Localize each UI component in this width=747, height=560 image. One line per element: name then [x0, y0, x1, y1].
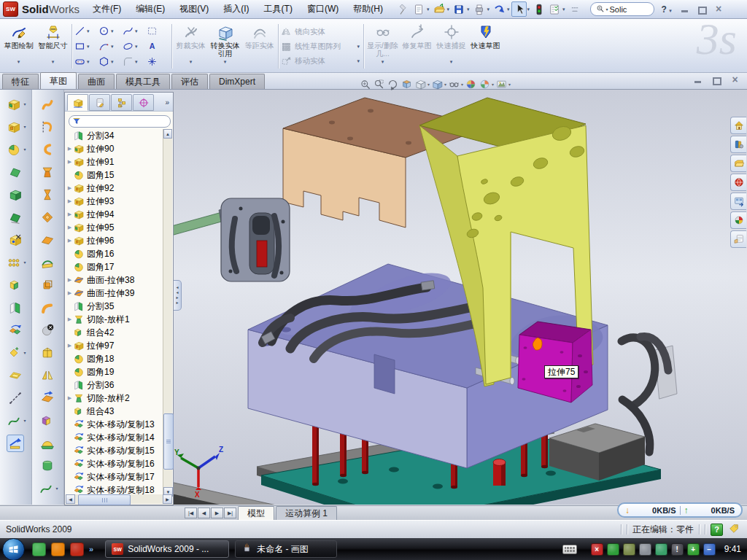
reference-axis-button[interactable] [7, 389, 24, 407]
sketch-polygon-button[interactable]: ▾ [98, 54, 122, 69]
move-face-button[interactable] [39, 389, 56, 407]
swept-boss-button[interactable] [7, 163, 24, 181]
reference-point-dropdown-icon[interactable]: ▾ [23, 350, 26, 355]
menu-item[interactable]: 视图(V) [172, 0, 216, 19]
start-button[interactable] [2, 538, 25, 560]
document-tab-1[interactable]: 模型 [238, 506, 274, 520]
bend-button[interactable] [39, 299, 56, 316]
select-button[interactable] [511, 1, 527, 17]
tree-item[interactable]: 实体-移动/复制13 [66, 418, 163, 431]
menu-item[interactable]: 编辑(E) [128, 0, 172, 19]
tree-item[interactable]: ▶切除-放样1 [66, 313, 163, 326]
fillet-dropdown-icon[interactable]: ▾ [23, 147, 26, 152]
restore-button[interactable] [697, 5, 707, 13]
document-close-button[interactable]: × [730, 76, 740, 84]
tree-item[interactable]: 实体-移动/复制17 [66, 470, 163, 483]
command-tab-3[interactable]: 曲面 [78, 74, 115, 89]
menu-item[interactable]: 文件(F) [85, 0, 128, 19]
dropdown-icon[interactable]: ▾ [190, 58, 193, 65]
ribbon-smart-dimension-button[interactable]: 智能尺寸▾ [36, 20, 70, 72]
view-settings-button[interactable]: ▾ [495, 77, 511, 90]
search-dropdown-icon[interactable]: ▾ [606, 7, 608, 12]
panel-splitter-handle[interactable]: ◂◂▸▸ [174, 280, 182, 311]
sketch-circle-button[interactable]: ▾ [98, 23, 122, 39]
tree-item[interactable]: 分割36 [66, 378, 163, 392]
rebuild-button[interactable] [532, 1, 547, 17]
expand-arrow-icon[interactable]: ▶ [66, 238, 73, 244]
taskbar-button-solidworks[interactable]: SWSolidWorks 2009 - ... [105, 540, 229, 558]
planar-surface-button[interactable] [39, 231, 56, 249]
expand-arrow-icon[interactable]: ▶ [66, 395, 73, 401]
tree-item[interactable]: 组合42 [66, 326, 163, 339]
document-restore-button[interactable] [712, 76, 721, 84]
tree-item[interactable]: ▶拉伸95 [66, 221, 163, 234]
expand-arrow-icon[interactable]: ▶ [66, 211, 73, 217]
linear-pattern-dropdown-icon[interactable]: ▾ [23, 260, 26, 265]
tree-item[interactable]: ▶拉伸97 [66, 339, 163, 352]
search-input[interactable]: ▾ Solic [590, 2, 654, 16]
solidworks-resources-tab[interactable] [730, 117, 746, 134]
expand-arrow-icon[interactable]: ▶ [66, 159, 73, 165]
undo-dropdown-icon[interactable]: ▾ [507, 7, 510, 12]
manager-overflow-chevron[interactable]: » [165, 98, 171, 106]
tree-item[interactable]: 圆角17 [66, 260, 163, 273]
reference-plane-button[interactable] [7, 367, 24, 384]
scroll-right-button[interactable]: ▶ [163, 494, 172, 504]
apply-scene-button[interactable]: ▾ [479, 77, 494, 90]
sketch-text-button[interactable]: A [146, 39, 170, 54]
menu-item[interactable]: 工具(T) [257, 0, 300, 19]
appearances-scenes-tab[interactable] [730, 211, 746, 229]
dome-button[interactable] [39, 435, 56, 452]
command-tab-2[interactable]: 草图 [40, 72, 77, 89]
sync-blocked-tray-icon[interactable]: − [703, 543, 716, 556]
tree-item[interactable]: ▶曲面-拉伸38 [66, 273, 163, 287]
ribbon-convert-entities-button[interactable]: 转换实体引用▾ [208, 20, 242, 72]
sketch-spline-button[interactable]: ▾ [122, 23, 146, 39]
rotate-view-button[interactable] [387, 77, 399, 90]
thicken-button[interactable] [39, 344, 56, 362]
options-dropdown-icon[interactable]: ▾ [562, 7, 565, 12]
tree-item[interactable]: 圆角19 [66, 365, 163, 378]
display-style-button[interactable]: ▾ [431, 77, 446, 90]
propertymanager-tab[interactable] [89, 94, 110, 111]
quicklaunch-overflow-chevron[interactable]: » [89, 545, 93, 553]
close-button[interactable]: × [714, 5, 724, 13]
tree-item[interactable]: 实体-移动/复制15 [66, 444, 163, 457]
volume-tray-icon[interactable] [639, 543, 651, 556]
tab-nav-next-button[interactable]: ▶ [211, 508, 223, 518]
dropdown-icon[interactable]: ▾ [382, 58, 384, 65]
lofted-boss-button[interactable] [7, 186, 24, 203]
lofted-surface-button[interactable] [39, 163, 56, 181]
save-dropdown-icon[interactable]: ▾ [467, 7, 470, 12]
update-service-tray-icon[interactable] [623, 543, 635, 556]
select-dropdown-icon[interactable]: ▾ [527, 7, 530, 12]
ribbon-rapid-sketch-button[interactable]: 快速草图 [468, 20, 503, 72]
sketch-ellipse-button[interactable]: ▾ [122, 39, 146, 54]
hide-show-items-button[interactable]: ▾ [448, 77, 463, 90]
sketch-point-button[interactable] [146, 54, 170, 69]
ribbon-trim-button[interactable]: 剪裁实体▾ [174, 20, 208, 72]
tree-item[interactable]: ▶切除-放样2 [66, 392, 163, 405]
file-explorer-tab[interactable] [730, 155, 746, 172]
ribbon-offset-entities-button[interactable]: 等距实体 [242, 20, 276, 72]
expand-arrow-icon[interactable]: ▶ [66, 146, 73, 152]
dropdown-icon[interactable]: ▾ [224, 58, 227, 65]
command-tab-1[interactable]: 特征 [2, 74, 39, 89]
tree-item[interactable]: ▶拉伸93 [66, 195, 163, 208]
messenger-quicklaunch-icon[interactable] [32, 542, 46, 556]
split-bodies-button[interactable] [7, 299, 24, 316]
tab-nav-first-button[interactable]: |◀ [185, 508, 197, 518]
tree-item[interactable]: ▶拉伸92 [66, 182, 163, 195]
tab-nav-previous-button[interactable]: ◀ [198, 508, 210, 518]
tree-item[interactable]: 圆角16 [66, 247, 163, 260]
menu-item[interactable]: 窗口(W) [300, 0, 346, 19]
print-dropdown-icon[interactable]: ▾ [487, 7, 489, 12]
dropdown-icon[interactable]: ▾ [450, 58, 453, 65]
tree-item[interactable]: ▶曲面-拉伸39 [66, 287, 163, 300]
sketch-rectangle-button[interactable]: ▾ [74, 39, 98, 54]
curve-dropdown-icon[interactable]: ▾ [23, 418, 26, 423]
ribbon-quick-snaps-button[interactable]: 快速捕捉▾ [434, 20, 468, 72]
revolved-surface-button[interactable] [39, 118, 56, 136]
minimize-button[interactable] [681, 5, 690, 13]
tree-item[interactable]: ▶拉伸90 [66, 142, 163, 155]
